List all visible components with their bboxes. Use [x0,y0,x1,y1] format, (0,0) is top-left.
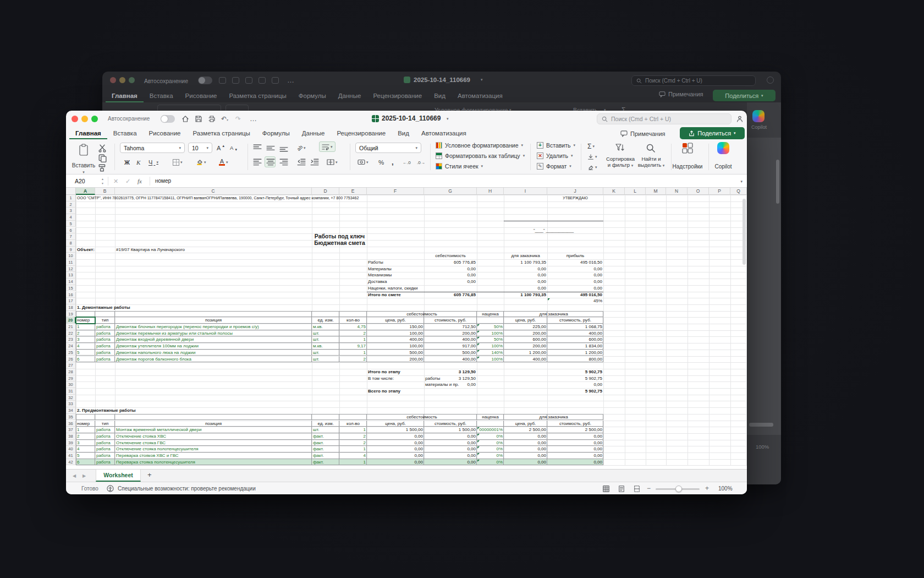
cell-A41[interactable]: 5 [76,452,95,459]
format-as-table-button[interactable]: Форматировать как таблицу▾ [436,152,525,159]
row-header-1[interactable]: 1 [66,195,76,201]
cell-B25[interactable]: работа [95,350,115,356]
cell-A1[interactable]: ООО "СМТР", ИНН 7802619775, ОГРН 1177847… [76,195,428,201]
grid-vertical-scrollbar[interactable] [743,199,746,265]
ribbon-tab-Рисование[interactable]: Рисование [179,92,223,99]
copilot-icon[interactable] [717,142,729,154]
cell-G13[interactable]: 0,00 [424,272,477,279]
row-header-27[interactable]: 27 [66,362,76,369]
cell-E39[interactable]: 2 [339,440,367,446]
cell-F21[interactable]: 150,00 [367,324,424,330]
enter-icon[interactable]: ✓ [125,177,130,186]
row-header-22[interactable]: 22 [66,330,76,337]
find-select-icon[interactable] [646,143,656,153]
cell-G20[interactable]: стоимость, руб. [424,317,477,324]
cell-H40[interactable]: 0% [477,446,504,452]
cell-A38[interactable]: 2 [76,433,95,440]
undo-icon[interactable]: ↶▾ [221,115,228,124]
column-header-P[interactable]: P [709,188,730,195]
ribbon-tab-Данные[interactable]: Данные [332,92,367,99]
ribbon-tab-Формулы[interactable]: Формулы [293,92,332,99]
cell-A8[interactable]: Бюджетная смета [76,240,603,247]
cell-D22[interactable]: шт. [312,330,339,337]
ribbon-tab-Разметка страницы[interactable]: Разметка страницы [186,127,256,139]
fill-icon[interactable]: ▾ [587,151,597,162]
cell-C22[interactable]: Демонтаж перемычки из арматуры или сталь… [115,330,312,337]
cell-J26[interactable]: 800,00 [547,356,603,363]
cell-F11[interactable]: Работы [367,259,424,266]
wrap-text-icon[interactable]: ▾ [319,141,336,152]
cell-C26[interactable]: Демонтаж порогов балконного блока [115,356,312,363]
zoom-level[interactable]: 100% [718,482,733,494]
notes-button[interactable]: Примечания [620,128,666,139]
cell-A21[interactable]: 1 [76,324,95,330]
row-header-14[interactable]: 14 [66,279,76,285]
cell-C23[interactable]: Демонтаж входной деревянной двери [115,336,312,343]
row-header-40[interactable]: 40 [66,446,76,452]
cell-E23[interactable]: 1 [339,336,367,343]
cell-E38[interactable]: 2 [339,433,367,440]
column-header-G[interactable]: G [424,188,477,195]
cell-F36[interactable]: цена, руб. [367,421,424,427]
document-title[interactable]: 2025-10-14_110669 [382,114,441,122]
row-header-17[interactable]: 17 [66,298,76,304]
select-all-corner[interactable] [66,188,76,195]
row-header-34[interactable]: 34 [66,407,76,414]
font-name-select[interactable]: Tahoma▾ [120,143,185,153]
cell-J15[interactable]: 0,00 [547,285,603,292]
cell-F15[interactable]: Наценки, налоги, скидки [367,285,424,292]
ribbon-tab-Главная[interactable]: Главная [69,127,107,139]
cell-E40[interactable]: 1 [339,446,367,452]
decrease-decimal-icon[interactable]: .0→ [417,157,425,168]
cell-F26[interactable]: 200,00 [367,356,424,363]
cell-J38[interactable]: 0,00 [547,433,603,440]
currency-icon[interactable]: ▾ [358,157,369,167]
cell-I26[interactable]: 400,00 [504,356,547,363]
cell-J36[interactable]: стоимость, руб. [547,421,603,427]
column-header-D[interactable]: D [312,188,339,195]
cell-D20[interactable]: ед. изм. [312,317,339,324]
cell-G24[interactable]: 917,00 [424,343,477,350]
align-left-icon[interactable] [253,158,262,167]
grow-font-icon[interactable]: А▲ [217,143,225,153]
cell-C21[interactable]: Демонтаж блочных перегородок (перенос пе… [115,324,312,330]
cell-B39[interactable]: работа [95,440,115,446]
cell-G25[interactable]: 500,00 [424,350,477,356]
cell-J40[interactable]: 0,00 [547,446,603,452]
cell-J41[interactable]: 0,00 [547,452,603,459]
cell-H23[interactable]: 50% [477,336,504,343]
cell-F41[interactable]: 0,00 [367,452,424,459]
cell-E20[interactable]: кол-во [339,317,367,324]
search-input[interactable]: Поиск (Cmd + Ctrl + U) [597,113,732,124]
cut-icon[interactable] [98,144,107,152]
cell-G40[interactable]: 0,00 [424,446,477,452]
page-layout-view-icon[interactable] [618,486,625,492]
cell-G28[interactable]: 3 129,50 [424,369,477,375]
cell-J29[interactable]: 5 902,75 [547,375,603,382]
cell-D41[interactable]: факт. [312,452,339,459]
cell-F13[interactable]: Механизмы [367,272,424,279]
cell-D23[interactable]: шт. [312,336,339,343]
cell-E21[interactable]: 4,75 [339,324,367,330]
cell-G30[interactable]: 0,00 [424,381,477,388]
decrease-indent-icon[interactable] [297,158,306,167]
font-size-select[interactable]: 10▾ [188,143,212,153]
ribbon-tab-Разметка страницы[interactable]: Разметка страницы [223,92,292,99]
cell-C40[interactable]: Отключение стояка полотенцесушителя [115,446,312,452]
cell-G26[interactable]: 400,00 [424,356,477,363]
ribbon-tab-Рецензирование[interactable]: Рецензирование [331,127,392,139]
row-header-4[interactable]: 4 [66,214,76,221]
row-header-11[interactable]: 11 [66,259,76,266]
cell-D38[interactable]: факт. [312,433,339,440]
cell-G11[interactable]: 605 776,85 [424,259,477,266]
fx-icon[interactable]: fx [138,177,142,186]
column-header-N[interactable]: N [666,188,688,195]
clear-icon[interactable]: ▾ [587,162,597,172]
cell-G39[interactable]: 0,00 [424,440,477,446]
column-header-B[interactable]: B [95,188,115,195]
autosum-icon[interactable]: Σ▾ [587,141,595,151]
shrink-font-icon[interactable]: А▼ [230,143,238,153]
row-header-13[interactable]: 13 [66,272,76,279]
cell-J14[interactable]: 0,00 [547,279,603,285]
font-color-icon[interactable]: А▾ [219,157,228,167]
